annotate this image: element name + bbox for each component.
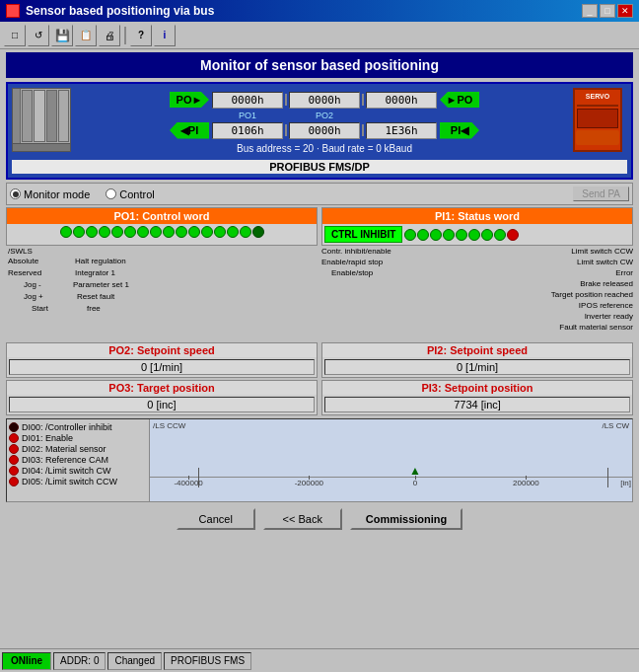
- bit-led: [137, 226, 149, 238]
- info-button[interactable]: i: [154, 25, 176, 46]
- po3-value: 0 [inc]: [9, 397, 315, 412]
- bit-led: [240, 226, 251, 238]
- window-title: Sensor based positioning via bus: [26, 4, 214, 18]
- axis-line: [150, 477, 632, 478]
- po3-header: PO3: Target position: [7, 381, 317, 395]
- label-ls-ccw: Limit switch CCW: [571, 247, 633, 256]
- bit-led: [417, 229, 429, 241]
- bit-led-off: [252, 226, 264, 238]
- bit-led: [176, 226, 187, 238]
- send-pa-button[interactable]: Send PA: [573, 187, 629, 201]
- bit-led-red: [507, 229, 519, 241]
- label-reserved: Reserved: [8, 268, 41, 277]
- label-param-set: Parameter set 1: [73, 280, 129, 289]
- po3-field: 0000h: [366, 92, 437, 109]
- tick-4: [526, 476, 527, 480]
- ls-cw-line: [607, 468, 608, 487]
- marker-200000: -200000: [295, 479, 323, 487]
- bit-led: [124, 226, 136, 238]
- bit-led: [60, 226, 72, 238]
- di04-label: DI04: /Limit switch CW: [22, 466, 111, 476]
- right-labels: Contr. inhibit/enable Enable/rapid stop …: [321, 247, 633, 340]
- label-target-pos: Target position reached: [551, 290, 633, 299]
- plc-image: [12, 88, 76, 157]
- label-swls: /SWLS: [8, 247, 33, 257]
- main-area: Monitor of sensor based positioning: [0, 49, 639, 538]
- di01-led: [9, 433, 19, 443]
- bit-led: [443, 229, 455, 241]
- chart-section: [5] [6] DI00: /Controller inhibit DI01: …: [6, 418, 633, 502]
- label-brake: Brake released: [580, 279, 633, 288]
- bit-led: [227, 226, 239, 238]
- labels-section: /SWLS Absolute Reserved Jog - Jog + Star…: [6, 247, 633, 340]
- profibus-status: PROFIBUS FMS: [164, 652, 251, 670]
- close-button[interactable]: ✕: [617, 4, 633, 18]
- pi2-field: 0000h: [289, 122, 360, 139]
- cancel-button[interactable]: Cancel: [177, 508, 255, 530]
- chart-area: /LS CCW /LS CW -400000 -200000 0 200000 …: [150, 419, 632, 501]
- po1-bits: [7, 224, 317, 240]
- bit-led: [188, 226, 200, 238]
- app-icon: [6, 4, 20, 18]
- di-panel: DI00: /Controller inhibit DI01: Enable D…: [7, 419, 150, 501]
- pi-arrow-right: PI◀: [440, 122, 479, 139]
- print-button[interactable]: 🖨: [99, 25, 120, 46]
- di05-item: DI05: /Limit switch CCW: [9, 477, 147, 486]
- bit-led: [468, 229, 480, 241]
- di05-label: DI05: /Limit switch CCW: [22, 477, 117, 486]
- bit-led: [163, 226, 175, 238]
- back-button[interactable]: << Back: [263, 508, 342, 530]
- di00-label: DI00: /Controller inhibit: [22, 422, 112, 432]
- tick-1: [188, 476, 189, 480]
- pi-row: ◀PI 0106h 0000h 1E36h PI◀: [80, 122, 569, 139]
- monitor-mode-radio[interactable]: Monitor mode: [10, 188, 90, 200]
- help-button[interactable]: ?: [130, 25, 152, 46]
- header-banner: Monitor of sensor based positioning: [6, 52, 633, 78]
- po3-panel: PO3: Target position 0 [inc]: [6, 380, 318, 415]
- setpoint-row2: [4] [4] PO3: Target position 0 [inc] PI3…: [6, 380, 633, 415]
- di04-item: DI04: /Limit switch CW: [9, 466, 147, 476]
- pi-arrow-left: ◀PI: [170, 122, 209, 139]
- bit-led: [201, 226, 213, 238]
- di03-item: DI03: Reference CAM: [9, 455, 147, 465]
- monitor-section: PO► 0000h 0000h 0000h ►PO PO1: [6, 82, 633, 180]
- label-halt: Halt regulation: [75, 257, 126, 265]
- pi3-field: 1E36h: [366, 122, 437, 139]
- po2-header: PO2: Setpoint speed: [7, 343, 317, 357]
- label-absolute: Absolute: [8, 257, 38, 265]
- label-error: Error: [615, 268, 633, 277]
- di05-led: [9, 477, 19, 486]
- commissioning-button[interactable]: Commissioning: [350, 508, 463, 530]
- ctrl-inhibit-box: CTRL INHIBIT: [324, 226, 402, 243]
- control-section: Monitor mode Control Send PA: [6, 183, 633, 205]
- io-row: PO► 0000h 0000h 0000h ►PO PO1: [12, 88, 627, 157]
- po-sublabels: PO1 PO2: [80, 111, 569, 120]
- new-button[interactable]: □: [4, 25, 26, 46]
- setpoint-row1: [4] [4] PO2: Setpoint speed 0 [1/min] PI…: [6, 342, 633, 378]
- bit-led: [494, 229, 506, 241]
- di03-label: DI03: Reference CAM: [22, 455, 108, 465]
- maximize-button[interactable]: □: [600, 4, 615, 18]
- di02-item: DI02: Material sensor: [9, 444, 147, 454]
- label-free: free: [87, 304, 101, 313]
- label-reset-fault: Reset fault: [77, 292, 114, 301]
- save-button[interactable]: 💾: [51, 25, 73, 46]
- po-arrow-left: PO►: [170, 92, 209, 108]
- label-jog-minus: Jog -: [24, 280, 41, 289]
- po1-header: PO1: Control word: [7, 208, 317, 224]
- control-mode-radio[interactable]: Control: [106, 188, 154, 200]
- bit-led: [214, 226, 226, 238]
- pi3-panel: PI3: Setpoint position 7734 [inc]: [321, 380, 633, 415]
- po2-value: 0 [1/min]: [9, 359, 315, 375]
- pi3-value: 7734 [inc]: [324, 397, 630, 412]
- bit-led: [99, 226, 110, 238]
- label-ls-cw: Limit switch CW: [577, 258, 633, 266]
- minimize-button[interactable]: _: [582, 4, 598, 18]
- refresh-button[interactable]: ↺: [28, 25, 49, 46]
- pi2-header: PI2: Setpoint speed: [322, 343, 632, 357]
- di03-led: [9, 455, 19, 465]
- left-labels: /SWLS Absolute Reserved Jog - Jog + Star…: [6, 247, 318, 340]
- label-inverter-ready: Inverter ready: [585, 312, 633, 321]
- copy-button[interactable]: 📋: [75, 25, 97, 46]
- marker-0: 0: [413, 479, 417, 487]
